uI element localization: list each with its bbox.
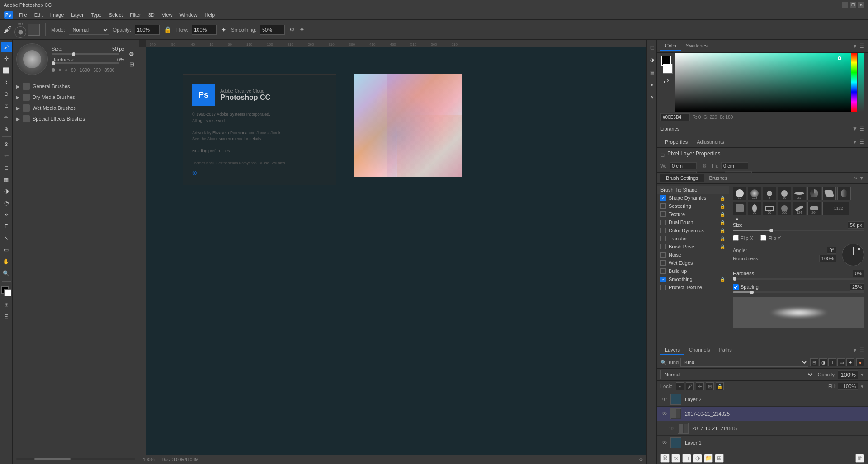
tool-crop[interactable]: ⊡ bbox=[1, 100, 12, 111]
layer2-visibility[interactable]: 👁 bbox=[660, 395, 669, 403]
flow-input[interactable] bbox=[192, 25, 217, 35]
menu-file[interactable]: File bbox=[15, 11, 31, 19]
character-panel-button[interactable]: A bbox=[646, 92, 657, 103]
hue-slider[interactable] bbox=[851, 53, 857, 112]
tip-shape-9[interactable] bbox=[733, 202, 746, 215]
layer-new-button[interactable]: ⊞ bbox=[715, 454, 724, 463]
properties-tab[interactable]: Properties bbox=[660, 138, 692, 146]
bs-brush-pose-check[interactable] bbox=[660, 244, 666, 249]
menu-help[interactable]: Help bbox=[201, 11, 219, 19]
bs-spacing-slider[interactable] bbox=[733, 291, 864, 293]
tool-preset-picker[interactable]: 🖌 bbox=[3, 24, 13, 35]
bs-noise-check[interactable] bbox=[660, 252, 666, 258]
color-panel-menu[interactable]: ☰ bbox=[859, 43, 864, 49]
filter-shape-button[interactable]: ▭ bbox=[837, 358, 845, 366]
menu-filter[interactable]: Filter bbox=[126, 11, 144, 19]
filter-type-button[interactable]: T bbox=[828, 358, 836, 366]
tip-shape-10[interactable]: 50 bbox=[748, 202, 761, 215]
tool-clone[interactable]: ⊗ bbox=[1, 139, 12, 150]
lock-all-button[interactable]: 🔒 bbox=[716, 382, 724, 390]
bs-protect-texture[interactable]: Protect Texture bbox=[657, 283, 729, 291]
spacing-label[interactable]: Spacing bbox=[733, 284, 759, 290]
layer-link-button[interactable]: ⛓ bbox=[660, 454, 670, 463]
tip-shape-8[interactable] bbox=[837, 187, 851, 200]
menu-edit[interactable]: Edit bbox=[31, 11, 47, 19]
tool-dodge[interactable]: ◔ bbox=[1, 197, 12, 208]
color-tab[interactable]: Color bbox=[660, 42, 681, 51]
swatches-tab[interactable]: Swatches bbox=[681, 42, 712, 51]
screen-mode-button[interactable]: ⊟ bbox=[1, 311, 12, 322]
bs-protect-texture-check[interactable] bbox=[660, 285, 666, 290]
bs-hardness-slider[interactable] bbox=[733, 278, 864, 280]
opacity-lock-button[interactable]: 🔒 bbox=[163, 25, 173, 34]
bs-wet-edges[interactable]: Wet Edges bbox=[657, 259, 729, 267]
bs-texture-check[interactable] bbox=[660, 211, 666, 217]
bs-shape-dynamics-check[interactable] bbox=[660, 195, 666, 201]
tip-shape-6[interactable] bbox=[807, 187, 821, 200]
layers-collapse[interactable]: ▼ bbox=[852, 347, 858, 353]
special-effects-header[interactable]: ▶ Special Effects Brushes bbox=[13, 113, 139, 124]
tool-shape[interactable]: ▭ bbox=[1, 244, 12, 255]
menu-type[interactable]: Type bbox=[87, 11, 105, 19]
airbrush-button[interactable]: ✦ bbox=[220, 25, 227, 34]
libraries-menu[interactable]: ☰ bbox=[859, 126, 864, 132]
height-input[interactable] bbox=[721, 162, 748, 169]
bs-transfer[interactable]: Transfer 🔒 bbox=[657, 234, 729, 243]
tip-shape-4[interactable]: 10 bbox=[778, 187, 791, 200]
bs-dual-brush-check[interactable] bbox=[660, 220, 666, 225]
filter-type-select[interactable]: Kind bbox=[680, 358, 808, 367]
menu-select[interactable]: Select bbox=[105, 11, 127, 19]
opacity-expand[interactable]: ▼ bbox=[860, 372, 864, 377]
menu-window[interactable]: Window bbox=[176, 11, 201, 19]
bs-transfer-check[interactable] bbox=[660, 236, 666, 241]
brushes-panel-button[interactable]: ✦ bbox=[646, 80, 657, 90]
tip-shape-11[interactable]: 60 bbox=[763, 202, 776, 215]
tip-shape-15[interactable]: ⋯ 1122 bbox=[822, 202, 849, 215]
bs-brush-tip-shape[interactable]: Brush Tip Shape bbox=[657, 186, 729, 194]
tip-shape-13[interactable]: 124 bbox=[793, 202, 806, 215]
restore-button[interactable]: ❐ bbox=[850, 2, 856, 8]
properties-menu[interactable]: ☰ bbox=[859, 139, 864, 145]
hardness-slider[interactable] bbox=[52, 62, 119, 64]
layer-row-2017-2[interactable]: 👁 2017-10-21_214515 bbox=[657, 421, 868, 436]
background-color[interactable] bbox=[663, 64, 673, 74]
channels-tab[interactable]: Channels bbox=[684, 346, 714, 355]
brushes-tab[interactable]: Brushes bbox=[704, 174, 733, 182]
alpha-slider[interactable] bbox=[858, 53, 864, 112]
canvas-area[interactable]: -140 -90 -40 10 60 110 160 210 260 310 3… bbox=[139, 40, 646, 464]
spacing-check[interactable] bbox=[733, 284, 739, 290]
close-button[interactable]: ✕ bbox=[858, 2, 864, 8]
size-slider[interactable] bbox=[52, 53, 119, 55]
angle-dial[interactable] bbox=[842, 244, 864, 266]
bs-smoothing-check[interactable] bbox=[660, 277, 666, 282]
flip-y-check[interactable] bbox=[760, 235, 766, 241]
wet-media-header[interactable]: ▶ Wet Media Brushes bbox=[13, 103, 139, 113]
layers-tab[interactable]: Layers bbox=[660, 346, 684, 355]
flip-x-check[interactable] bbox=[733, 235, 739, 241]
color-panel-collapse[interactable]: ▼ bbox=[852, 43, 858, 49]
tip-shape-12[interactable]: 100 bbox=[778, 202, 791, 215]
tool-history[interactable]: ↩ bbox=[1, 150, 12, 161]
filter-adjust-button[interactable]: ◑ bbox=[819, 358, 827, 366]
layer-blend-mode[interactable]: Normal bbox=[660, 370, 814, 379]
tip-shape-3[interactable]: 8 bbox=[763, 187, 776, 200]
menu-layer[interactable]: Layer bbox=[67, 11, 87, 19]
lock-position-button[interactable]: ✛ bbox=[696, 382, 704, 390]
tool-marquee[interactable]: ⬜ bbox=[1, 65, 12, 76]
tip-shape-14[interactable]: 264 bbox=[807, 202, 821, 215]
bs-noise[interactable]: Noise bbox=[657, 251, 729, 259]
brush-new[interactable]: ⊞ bbox=[128, 60, 135, 69]
lock-artboard-button[interactable]: ⊞ bbox=[706, 382, 714, 390]
properties-collapse[interactable]: ▼ bbox=[852, 139, 858, 145]
brush-panel-settings[interactable]: ⚙ bbox=[128, 50, 135, 58]
layers-menu[interactable]: ☰ bbox=[859, 347, 864, 353]
flip-x-label[interactable]: Flip X bbox=[733, 235, 753, 241]
lock-image-button[interactable]: 🖌 bbox=[686, 382, 694, 390]
layer-2017-1-visibility[interactable]: 👁 bbox=[660, 410, 669, 418]
tool-quick-select[interactable]: ⊙ bbox=[1, 89, 12, 99]
dry-media-header[interactable]: ▶ Dry Media Brushes bbox=[13, 92, 139, 103]
tool-healing[interactable]: ⊕ bbox=[1, 124, 12, 135]
properties-panel-button[interactable]: ◫ bbox=[646, 42, 657, 52]
layer-row-layer2[interactable]: 👁 Layer 2 bbox=[657, 392, 868, 407]
bs-color-dynamics-check[interactable] bbox=[660, 228, 666, 233]
